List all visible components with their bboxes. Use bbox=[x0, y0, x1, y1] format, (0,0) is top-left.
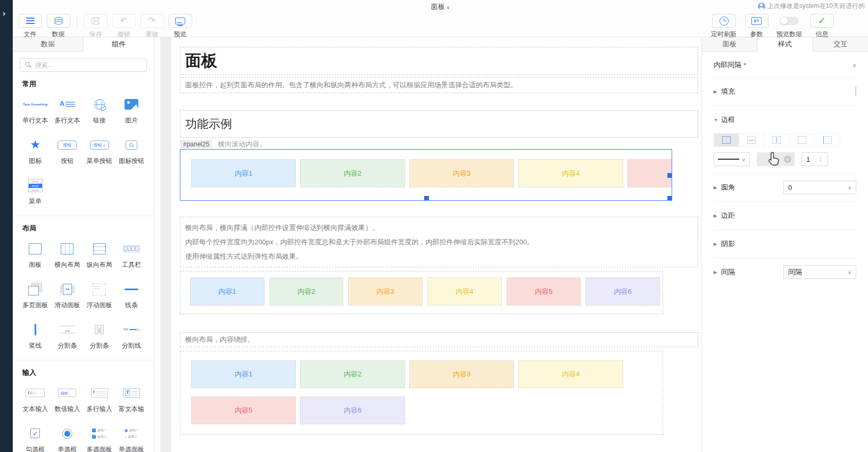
paragraph-text-widget[interactable]: 横向布局，横向撑满（内部控件设置伸缩达到横向撑满效果）。 内部每个控件宽度均为2… bbox=[180, 217, 698, 267]
component-multiline-input[interactable]: I 多行输入 bbox=[84, 384, 115, 414]
content-box[interactable]: 内容4 bbox=[518, 360, 623, 388]
component-multipage-panel[interactable]: 多页面板 bbox=[19, 280, 51, 310]
file-button[interactable]: 文件 bbox=[16, 14, 44, 39]
resize-handle-bottom-right[interactable] bbox=[667, 196, 672, 201]
shadow-row[interactable]: ▶ 阴影 bbox=[714, 237, 856, 251]
section-heading-widget[interactable]: 功能示例 bbox=[180, 110, 698, 138]
component-button[interactable]: 按钮 按钮 bbox=[51, 136, 83, 166]
content-box[interactable]: 内容1 bbox=[190, 277, 264, 306]
component-multi-text[interactable]: A 多行文本 bbox=[51, 95, 83, 125]
panel-icon bbox=[29, 243, 42, 254]
resize-handle-right[interactable] bbox=[667, 173, 672, 178]
margin-row[interactable]: ▶ 边距 bbox=[714, 209, 856, 223]
component-number-input[interactable]: 123I 数值输入 bbox=[51, 384, 83, 414]
component-icon[interactable]: ★ 图标 bbox=[19, 136, 51, 166]
component-menu[interactable]: Item1Item2Item3 菜单 bbox=[19, 176, 51, 206]
component-toolbar[interactable]: 工具栏 bbox=[115, 240, 147, 269]
design-canvas[interactable]: 面板 面板控件，起到页面布局的作用。包含了横向和纵向两种布局方式，可以根据应用场… bbox=[154, 37, 701, 452]
component-grid-common: Type Something 单行文本 A 多行文本 链接 图片 ★ 图标 按钮 bbox=[19, 95, 147, 206]
border-width-input[interactable]: ∧∨ bbox=[801, 152, 828, 166]
component-checkbox[interactable]: ✓ 勾选框 bbox=[19, 424, 51, 452]
component-link[interactable]: 链接 bbox=[84, 95, 115, 125]
component-v-layout[interactable]: 纵向布局 bbox=[84, 240, 115, 269]
component-panel[interactable]: 面板 bbox=[19, 240, 51, 269]
radius-select[interactable]: 0 ∨ bbox=[783, 180, 856, 194]
border-inner-vertical-button[interactable] bbox=[764, 133, 790, 147]
content-box[interactable]: 内容3 bbox=[348, 277, 423, 306]
timer-refresh-button[interactable]: 定时刷新 bbox=[707, 14, 740, 39]
border-row[interactable]: ▼ 边框 bbox=[714, 113, 856, 127]
content-box[interactable]: 内容6 bbox=[300, 397, 405, 424]
component-menu-button[interactable]: 按钮∨ 菜单按钮 bbox=[84, 136, 115, 166]
component-splitter-v[interactable]: ↕ 分割条 bbox=[84, 320, 115, 350]
component-float-panel[interactable]: 浮动面板 bbox=[84, 280, 115, 310]
component-h-layout[interactable]: 横向布局 bbox=[51, 240, 83, 269]
preview-data-toggle[interactable]: 预览数据 bbox=[773, 14, 806, 39]
border-all-icon bbox=[722, 136, 731, 144]
component-divider-line[interactable]: TXT▾ 分割线 bbox=[115, 320, 147, 350]
preview-button[interactable]: 预览 bbox=[166, 14, 194, 39]
content-box[interactable]: 内容2 bbox=[269, 277, 344, 306]
title-text-widget[interactable]: 面板 bbox=[180, 47, 698, 75]
component-slide-panel[interactable]: ◂▸ 滑动面板 bbox=[51, 280, 83, 310]
description-text-widget[interactable]: 面板控件，起到页面布局的作用。包含了横向和纵向两种布局方式，可以根据应用场景选择… bbox=[180, 77, 698, 93]
radius-row[interactable]: ▶ 圆角 0 ∨ bbox=[714, 180, 856, 194]
border-none-button[interactable] bbox=[790, 133, 815, 147]
component-splitter-h[interactable]: ↔ 分割条 bbox=[51, 320, 83, 350]
expand-panel-icon[interactable]: › bbox=[3, 9, 5, 18]
border-color-picker[interactable]: ∨ bbox=[757, 152, 795, 166]
component-line[interactable]: 线条 bbox=[115, 280, 147, 310]
tab-interaction[interactable]: 交互 bbox=[813, 37, 868, 52]
component-vline[interactable]: 竖线 bbox=[19, 320, 51, 350]
fill-none-swatch[interactable] bbox=[855, 86, 856, 96]
gap-row[interactable]: ▶ 间隔 间隔 ∨ bbox=[714, 265, 856, 279]
border-left-button[interactable] bbox=[815, 133, 840, 147]
checkbox-icon: ✓ bbox=[30, 429, 40, 438]
content-box[interactable]: 内容2 bbox=[300, 360, 405, 388]
content-box[interactable]: 内容5 bbox=[507, 277, 581, 306]
tab-panel[interactable]: 面板 bbox=[702, 37, 757, 52]
border-all-button[interactable] bbox=[714, 133, 739, 147]
component-radio-panel[interactable]: ◉选项一 ○选项二 单选面板 bbox=[115, 424, 147, 452]
tab-style[interactable]: 样式 bbox=[757, 37, 813, 52]
selected-panel-horizontal-scroll[interactable]: 内容1内容2内容3内容4内容5 bbox=[180, 149, 672, 201]
border-style-select[interactable]: ∨ bbox=[714, 152, 750, 166]
panel-content-wrap[interactable]: 内容1内容2内容3内容4内容5内容6 bbox=[180, 351, 663, 435]
component-image[interactable]: 图片 bbox=[115, 95, 147, 125]
border-width-field[interactable] bbox=[802, 155, 818, 163]
content-box[interactable]: 内容6 bbox=[585, 277, 660, 306]
tab-data[interactable]: 数据 bbox=[13, 37, 84, 52]
user-avatar-icon bbox=[758, 3, 765, 10]
content-box[interactable]: 内容2 bbox=[300, 159, 405, 187]
content-box[interactable]: 内容1 bbox=[191, 360, 296, 388]
info-button[interactable]: ✓ 信息 bbox=[808, 14, 836, 39]
resize-handle-bottom[interactable] bbox=[424, 196, 429, 201]
fill-row[interactable]: ▶ 填充 bbox=[714, 85, 856, 98]
document-title-dropdown[interactable]: 面板∨ bbox=[13, 2, 868, 12]
wrap-text-widget[interactable]: 横向布局，内容绕排。 bbox=[180, 332, 698, 347]
search-input[interactable] bbox=[20, 58, 147, 72]
component-checkbox-panel[interactable]: ✓选项一 ✓选项二 多选面板 bbox=[84, 424, 115, 452]
tab-components[interactable]: 组件 bbox=[84, 37, 154, 52]
component-richtext-input[interactable]: T 富文本输 bbox=[115, 384, 147, 414]
content-box[interactable]: 内容3 bbox=[409, 360, 514, 388]
content-box[interactable]: 内容4 bbox=[518, 159, 623, 187]
content-box[interactable]: 内容3 bbox=[409, 159, 514, 187]
component-icon-button[interactable]: 图标按钮 bbox=[115, 136, 147, 166]
border-group: ▼ 边框 ∨ ∨ ∧∨ bbox=[714, 106, 856, 174]
border-inner-horizontal-button[interactable] bbox=[739, 133, 765, 147]
stepper-icons[interactable]: ∧∨ bbox=[819, 156, 822, 162]
params-button[interactable]: x= 参数 bbox=[742, 14, 771, 39]
panel-horizontal-stretch[interactable]: 内容1内容2内容3内容4内容5内容6 bbox=[180, 271, 663, 314]
content-box[interactable]: 内容5 bbox=[627, 159, 672, 187]
component-label: 滑动面板 bbox=[51, 301, 83, 310]
gap-select[interactable]: 间隔 ∨ bbox=[783, 265, 856, 279]
component-radio[interactable]: 单选框 bbox=[51, 424, 83, 452]
component-text-input[interactable]: I输入... 文本输入 bbox=[19, 384, 51, 414]
inner-gap-header[interactable]: 内部间隔 * ∨ bbox=[714, 52, 856, 78]
content-box[interactable]: 内容4 bbox=[427, 277, 502, 306]
content-box[interactable]: 内容5 bbox=[191, 397, 296, 424]
content-box[interactable]: 内容1 bbox=[191, 159, 296, 187]
component-single-text[interactable]: Type Something 单行文本 bbox=[19, 95, 51, 125]
data-button[interactable]: 数据 bbox=[44, 14, 72, 39]
